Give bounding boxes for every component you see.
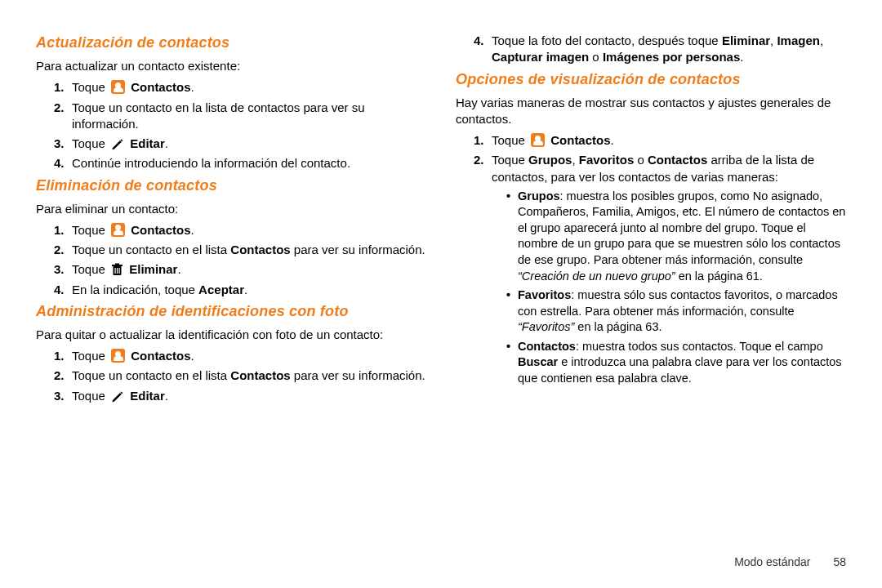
contacts-icon (111, 80, 125, 94)
section-heading-viewoptions: Opciones de visualización de contactos (456, 71, 846, 88)
contacts-icon (111, 223, 125, 237)
text: en la página 63. (574, 320, 662, 333)
text-bold: Eliminar (722, 33, 770, 47)
text-bold: Contactos (518, 340, 576, 353)
photoid-steps-cont: 4. Toque la foto del contacto, después t… (456, 33, 846, 66)
list-item: 4. Toque la foto del contacto, después t… (474, 33, 846, 66)
list-item: 1. Toque Contactos. (54, 348, 426, 364)
text: e introduzca una palabra clave para ver … (518, 355, 842, 385)
text-bold: Contactos (230, 243, 290, 256)
text: : muestra los posibles grupos, como No a… (518, 189, 845, 266)
list-item: Favoritos: muestra sólo sus contactos fa… (506, 287, 846, 336)
intro-text: Hay varias maneras de mostrar sus contac… (456, 95, 846, 128)
text: en la página 61. (675, 270, 763, 283)
text: Toque la foto del contacto, después toqu… (492, 33, 722, 47)
text-bold: Favoritos (518, 288, 571, 301)
text: Toque (492, 153, 528, 167)
text-bold: Contactos (648, 153, 707, 167)
text: para ver su información. (291, 243, 425, 256)
intro-text: Para eliminar un contacto: (36, 201, 426, 217)
svg-rect-2 (117, 268, 118, 274)
section-heading-delete: Eliminación de contactos (36, 177, 426, 194)
delete-steps: 1. Toque Contactos. 2. Toque un contacto… (36, 222, 426, 298)
text-italic: “Favoritos” (518, 320, 574, 333)
text: Toque un contacto en la lista de contact… (72, 100, 365, 131)
text-bold: Buscar (518, 355, 558, 368)
text: Toque (72, 223, 109, 237)
text-bold: Imagen (777, 33, 820, 47)
list-item: 2. Toque un contacto en el lista Contact… (54, 242, 426, 258)
text: para ver su información. (291, 368, 425, 382)
intro-text: Para actualizar un contacto existente: (36, 58, 426, 74)
text-bold: Favoritos (579, 153, 635, 167)
right-column: 4. Toque la foto del contacto, después t… (456, 29, 846, 549)
viewoptions-bullets: Grupos: muestra los posibles grupos, com… (492, 189, 846, 387)
photoid-steps: 1. Toque Contactos. 2. Toque un contacto… (36, 348, 426, 404)
text: En la indicación, toque (72, 283, 198, 296)
text: o (589, 50, 603, 64)
list-item: Contactos: muestra todos sus contactos. … (506, 339, 846, 387)
text-bold: Imágenes por personas (603, 50, 740, 64)
text: o (634, 153, 648, 167)
text: Toque (72, 80, 109, 94)
list-item: 2. Toque un contacto en la lista de cont… (54, 100, 426, 133)
text: : muestra todos sus contactos. Toque el … (576, 340, 823, 353)
text-bold: Editar (130, 389, 165, 403)
text-bold: Aceptar (198, 283, 244, 296)
text-italic: “Creación de un nuevo grupo” (518, 270, 675, 283)
footer-label: Modo estándar (734, 555, 810, 568)
pencil-icon (111, 390, 124, 403)
svg-rect-5 (115, 264, 119, 265)
list-item: 2. Toque Grupos, Favoritos o Contactos a… (474, 152, 846, 386)
contacts-icon (111, 349, 125, 363)
section-heading-update: Actualización de contactos (36, 34, 426, 51)
text: , (820, 33, 823, 47)
text: Toque (72, 389, 109, 403)
pencil-icon (111, 137, 124, 150)
text: Toque (72, 349, 109, 363)
list-item: 3. Toque Editar. (54, 388, 426, 404)
list-item: 1. Toque Contactos. (474, 132, 846, 149)
text-bold: Contactos (230, 368, 290, 382)
list-item: 4. En la indicación, toque Aceptar. (54, 282, 426, 298)
text: Toque (72, 136, 109, 150)
text-bold: Contactos (131, 349, 190, 363)
page-number: 58 (833, 555, 846, 568)
svg-rect-3 (119, 268, 120, 274)
page-footer: Modo estándar 58 (36, 549, 846, 568)
text-bold: Contactos (131, 223, 190, 237)
svg-rect-1 (115, 268, 116, 274)
text: Toque un contacto en el lista (72, 368, 230, 382)
text: Toque (72, 262, 109, 276)
text-bold: Grupos (528, 153, 572, 167)
text-bold: Contactos (550, 133, 610, 147)
list-item: 1. Toque Contactos. (54, 222, 426, 238)
update-steps: 1. Toque Contactos. 2. Toque un contacto… (36, 79, 426, 172)
text: Toque un contacto en el lista (72, 243, 230, 256)
text-bold: Eliminar (129, 262, 177, 276)
list-item: 1. Toque Contactos. (54, 79, 426, 96)
text-bold: Editar (130, 136, 165, 150)
list-item: 3. Toque Editar. (54, 136, 426, 152)
text: Toque (492, 133, 528, 147)
text-bold: Contactos (131, 80, 190, 94)
list-item: 3. Toque Eliminar. (54, 261, 426, 278)
intro-text: Para quitar o actualizar la identificaci… (36, 327, 426, 343)
list-item: Grupos: muestra los posibles grupos, com… (506, 189, 846, 284)
contacts-icon (531, 133, 545, 147)
list-item: 4. Continúe introduciendo la información… (54, 155, 426, 172)
text-bold: Grupos (518, 189, 560, 203)
text-bold: Capturar imagen (492, 50, 589, 64)
text: , (572, 153, 578, 167)
viewoptions-steps: 1. Toque Contactos. 2. Toque Grupos, Fav… (456, 132, 846, 387)
list-item: 2. Toque un contacto en el lista Contact… (54, 368, 426, 384)
text: Continúe introduciendo la información de… (72, 156, 350, 170)
trash-icon (111, 263, 123, 276)
left-column: Actualización de contactos Para actualiz… (36, 29, 426, 549)
section-heading-photoid: Administración de identificaciones con f… (36, 303, 426, 320)
